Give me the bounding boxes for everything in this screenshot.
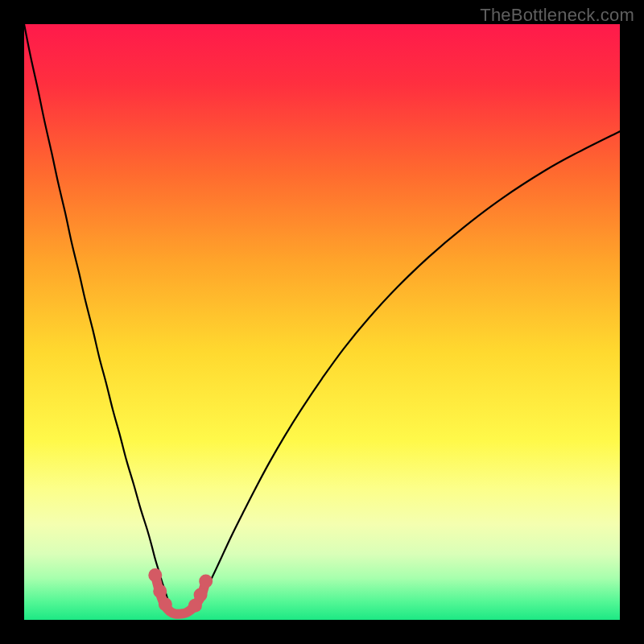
valley-marker bbox=[148, 568, 162, 582]
valley-marker bbox=[159, 597, 172, 611]
chart-svg bbox=[24, 24, 620, 620]
valley-marker bbox=[153, 584, 167, 598]
watermark-text: TheBottleneck.com bbox=[480, 5, 634, 26]
valley-marker bbox=[199, 574, 213, 588]
valley-marker bbox=[194, 588, 208, 601]
chart-area bbox=[24, 24, 620, 620]
gradient-background bbox=[24, 24, 620, 620]
